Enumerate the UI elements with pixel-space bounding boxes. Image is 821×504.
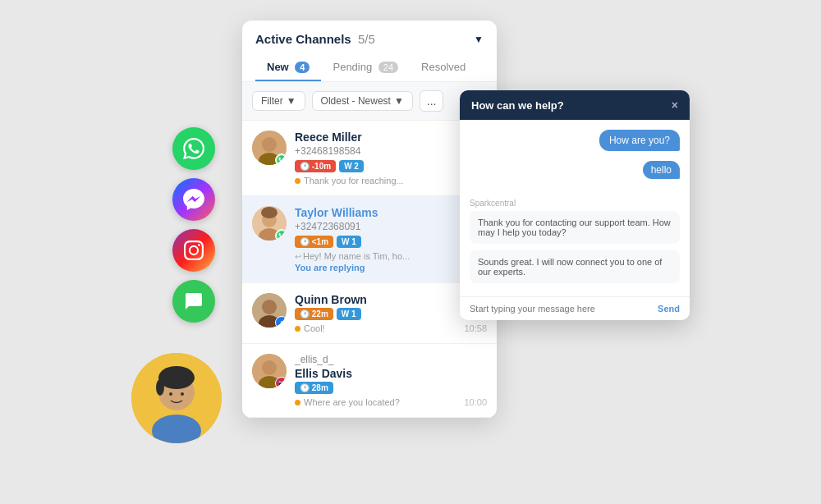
chat-send-button[interactable]: Send — [658, 304, 680, 314]
whatsapp-icon[interactable] — [172, 127, 215, 170]
main-panel: Active Channels 5/5 ▼ New 4 Pending 24 R… — [242, 21, 497, 418]
chat-body: How are you? hello Sparkcentral Thank yo… — [460, 120, 690, 296]
svg-point-18 — [262, 360, 277, 375]
contact-info-quinn: Quinn Brown 🕐 22m W 1 Cool! 10:58 — [295, 293, 487, 333]
online-dot-ellis — [295, 400, 300, 405]
contact-item-quinn[interactable]: f Quinn Brown 🕐 22m W 1 Cool! 10:58 — [242, 283, 497, 344]
tab-resolved[interactable]: Resolved — [410, 54, 477, 81]
chat-header: How can we help? × — [460, 90, 690, 120]
sort-button[interactable]: Oldest - Newest ▼ — [312, 91, 413, 111]
more-options-button[interactable]: ... — [420, 90, 444, 112]
chat-input-row: Send — [460, 296, 690, 320]
contact-handle-ellis: _ellis_d_ — [295, 354, 487, 365]
contact-tags-ellis: 🕐 28m — [295, 382, 487, 394]
chat-panel: How can we help? × How are you? hello Sp… — [460, 90, 690, 320]
contact-info-reece: Reece Miller +32468198584 🕐 -10m W 2 Tha… — [295, 131, 487, 186]
tag-time-quinn: 🕐 22m — [295, 308, 333, 320]
contact-avatar-quinn: f — [252, 293, 287, 328]
contact-name-taylor: Taylor Williams — [295, 206, 487, 219]
contact-name-quinn: Quinn Brown — [295, 293, 487, 306]
contact-name-reece: Reece Miller — [295, 131, 487, 144]
tab-new[interactable]: New 4 — [255, 54, 321, 81]
sort-chevron-icon: ▼ — [394, 95, 404, 107]
contact-name-ellis: Ellis Davis — [295, 367, 487, 380]
system-message-2: Sounds great. I will now connect you to … — [470, 250, 680, 283]
contact-preview-reece: Thank you for reaching... 11:09 — [295, 176, 487, 186]
instagram-badge-ellis: 📷 — [275, 377, 287, 388]
replying-label: You are replying — [295, 263, 487, 273]
contact-tags-quinn: 🕐 22m W 1 — [295, 308, 487, 320]
panel-header: Active Channels 5/5 ▼ New 4 Pending 24 R… — [242, 21, 497, 82]
filter-button[interactable]: Filter ▼ — [252, 91, 305, 111]
contact-preview-ellis: Where are you located? 10:00 — [295, 397, 487, 407]
contact-info-ellis: _ellis_d_ Ellis Davis 🕐 28m Where are yo… — [295, 354, 487, 407]
whatsapp-badge-reece — [275, 153, 287, 165]
facebook-badge-quinn: f — [275, 316, 287, 328]
contact-tags-taylor: 🕐 <1m W 1 — [295, 236, 487, 248]
chat-message-1: How are you? — [599, 130, 680, 151]
svg-point-8 — [262, 137, 277, 152]
tag-w-reece: W 2 — [339, 160, 364, 172]
imessage-icon[interactable] — [172, 280, 215, 323]
contact-info-taylor: Taylor Williams +32472368091 🕐 <1m W 1 ↩… — [295, 206, 487, 273]
tabs-row: New 4 Pending 24 Resolved — [255, 54, 484, 81]
reply-icon: ↩ — [295, 252, 301, 261]
contact-phone-taylor: +32472368091 — [295, 221, 487, 232]
tag-time-taylor: 🕐 <1m — [295, 236, 333, 248]
social-icons-list — [172, 127, 215, 323]
instagram-icon[interactable] — [172, 229, 215, 272]
svg-point-5 — [169, 392, 172, 396]
svg-point-15 — [262, 300, 277, 314]
contact-tags-reece: 🕐 -10m W 2 — [295, 160, 487, 172]
svg-point-12 — [261, 207, 277, 218]
contact-phone-reece: +32468198584 — [295, 145, 487, 157]
sparkcentral-label: Sparkcentral — [470, 199, 680, 208]
user-avatar-large — [131, 353, 222, 443]
contact-item-taylor[interactable]: Taylor Williams +32472368091 🕐 <1m W 1 ↩… — [242, 196, 497, 283]
whatsapp-badge-taylor — [275, 229, 287, 241]
chat-input[interactable] — [470, 304, 651, 314]
svg-point-6 — [181, 392, 184, 396]
contact-avatar-taylor — [252, 206, 287, 241]
svg-point-4 — [156, 379, 164, 396]
panel-title: Active Channels 5/5 — [255, 32, 375, 46]
contact-item-reece[interactable]: Reece Miller +32468198584 🕐 -10m W 2 Tha… — [242, 121, 497, 196]
messenger-icon[interactable] — [172, 178, 215, 221]
tab-pending[interactable]: Pending 24 — [321, 54, 410, 81]
dropdown-arrow-icon[interactable]: ▼ — [474, 34, 484, 45]
contact-preview-quinn: Cool! 10:58 — [295, 323, 487, 333]
chat-message-2: hello — [643, 161, 680, 179]
system-message-1: Thank you for contacting our support tea… — [470, 211, 680, 244]
contact-list: Reece Miller +32468198584 🕐 -10m W 2 Tha… — [242, 121, 497, 418]
chat-close-button[interactable]: × — [672, 99, 678, 112]
tag-w-quinn: W 1 — [337, 308, 361, 320]
chat-header-title: How can we help? — [471, 99, 564, 112]
tag-w-taylor: W 1 — [337, 236, 361, 248]
online-dot-quinn — [295, 326, 300, 332]
filter-row: Filter ▼ Oldest - Newest ▼ ... — [242, 82, 497, 121]
contact-avatar-reece — [252, 131, 287, 165]
contact-avatar-ellis: 📷 — [252, 354, 287, 388]
tag-time-reece: 🕐 -10m — [295, 160, 336, 172]
contact-preview-taylor: ↩Hey! My name is Tim, ho... 11:19 — [295, 251, 487, 261]
online-dot-reece — [295, 178, 300, 184]
contact-item-ellis[interactable]: 📷 _ellis_d_ Ellis Davis 🕐 28m Where are … — [242, 344, 497, 418]
tag-time-ellis: 🕐 28m — [295, 382, 333, 394]
filter-chevron-icon: ▼ — [287, 95, 296, 107]
